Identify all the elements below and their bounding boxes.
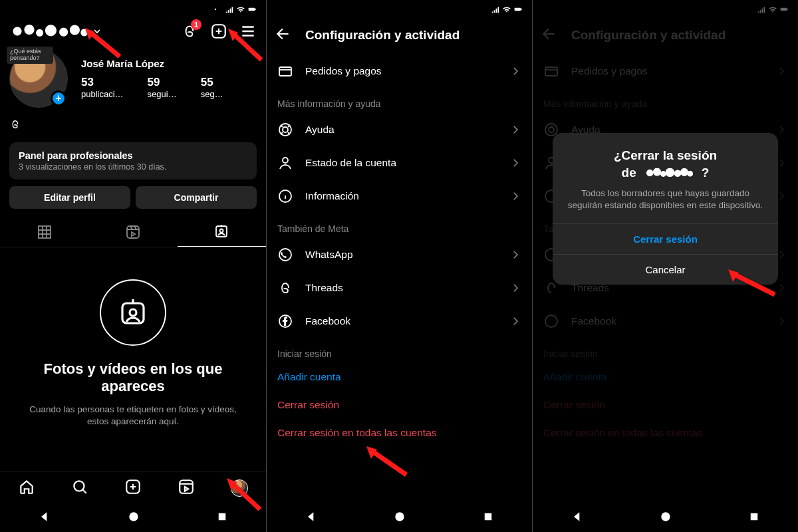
svg-rect-36 xyxy=(751,513,758,521)
row-threads[interactable]: Threads xyxy=(267,271,532,305)
nav-create[interactable] xyxy=(124,478,142,498)
tab-tagged[interactable] xyxy=(178,217,266,247)
section-meta: También de Meta xyxy=(267,213,532,238)
notification-badge: 1 xyxy=(191,19,201,30)
row-facebook[interactable]: Facebook xyxy=(267,305,532,338)
status-bar xyxy=(267,0,532,19)
svg-rect-25 xyxy=(485,513,492,521)
avatar-story[interactable]: ¿Qué estás pensando? + xyxy=(9,49,68,108)
svg-rect-12 xyxy=(180,480,193,493)
reels-icon xyxy=(178,478,195,495)
edit-profile-button[interactable]: Editar perfil xyxy=(9,186,130,209)
dialog-confirm-button[interactable]: Cerrar sesión xyxy=(553,223,778,254)
dialog-message: Todos los borradores que hayas guardado … xyxy=(566,188,765,211)
screen-profile: 1 ¿Qué estás pensando? + José María Lópe… xyxy=(0,0,266,532)
search-icon xyxy=(71,478,88,495)
android-nav xyxy=(267,504,532,532)
bottom-nav xyxy=(0,471,266,504)
svg-rect-1 xyxy=(249,8,255,11)
home-button[interactable] xyxy=(127,510,140,526)
stat-followers[interactable]: 59 segui… xyxy=(148,76,177,99)
row-logout[interactable]: Cerrar sesión xyxy=(267,391,532,419)
add-story-badge[interactable]: + xyxy=(51,90,66,106)
facebook-icon xyxy=(277,313,293,329)
home-button[interactable] xyxy=(393,510,406,526)
svg-rect-2 xyxy=(255,9,256,10)
svg-rect-14 xyxy=(219,513,226,521)
android-nav xyxy=(0,504,266,532)
signal-icon xyxy=(225,5,234,14)
person-icon xyxy=(277,155,293,171)
row-account-status[interactable]: Estado de la cuenta xyxy=(267,146,532,180)
pro-dashboard-panel[interactable]: Panel para profesionales 3 visualizacion… xyxy=(9,142,257,180)
arrow-left-icon xyxy=(275,25,292,43)
empty-icon-circle xyxy=(100,279,166,346)
recents-button[interactable] xyxy=(482,511,494,525)
create-button[interactable] xyxy=(210,23,227,40)
chevron-right-icon xyxy=(509,124,521,136)
dialog-cancel-button[interactable]: Cancelar xyxy=(553,254,778,285)
row-logout-all[interactable]: Cerrar sesión en todas las cuentas xyxy=(267,419,532,447)
info-icon xyxy=(277,188,293,204)
battery-icon xyxy=(513,5,523,14)
chevron-right-icon xyxy=(509,315,521,327)
tagged-icon xyxy=(213,223,229,239)
row-add-account[interactable]: Añadir cuenta xyxy=(267,363,532,391)
recents-button[interactable] xyxy=(216,511,228,525)
chevron-right-icon xyxy=(509,157,521,169)
reels-icon xyxy=(125,224,141,240)
share-profile-button[interactable]: Compartir xyxy=(136,186,257,209)
tab-grid[interactable] xyxy=(0,217,88,247)
chevron-right-icon xyxy=(509,249,521,261)
wifi-dot-icon xyxy=(213,5,223,14)
back-button[interactable] xyxy=(571,510,584,526)
android-nav xyxy=(533,504,798,532)
username-dropdown[interactable] xyxy=(9,23,102,39)
card-icon xyxy=(277,63,293,79)
profile-tabs xyxy=(0,217,266,247)
stat-following[interactable]: 55 seg… xyxy=(201,76,223,99)
svg-rect-16 xyxy=(521,9,522,10)
menu-button[interactable] xyxy=(239,23,257,40)
back-button[interactable] xyxy=(275,25,292,45)
nav-profile[interactable] xyxy=(231,479,248,497)
tab-reels[interactable] xyxy=(88,217,177,247)
grid-icon xyxy=(37,224,53,240)
home-button[interactable] xyxy=(659,510,672,526)
empty-tagged-state: Fotos y vídeos en los que apareces Cuand… xyxy=(0,247,266,441)
chevron-down-icon xyxy=(92,26,102,37)
row-help[interactable]: Ayuda xyxy=(267,113,532,146)
hamburger-icon xyxy=(239,23,257,40)
nav-search[interactable] xyxy=(71,478,88,498)
stat-posts[interactable]: 53 publicaci… xyxy=(81,76,124,99)
threads-icon xyxy=(9,118,21,130)
row-whatsapp[interactable]: WhatsApp xyxy=(267,238,532,271)
nav-home[interactable] xyxy=(18,478,35,498)
empty-subtitle: Cuando las personas te etiqueten en foto… xyxy=(27,404,239,428)
pro-panel-title: Panel para profesionales xyxy=(19,150,247,161)
recents-button[interactable] xyxy=(748,511,760,525)
chevron-right-icon xyxy=(509,65,521,77)
story-prompt: ¿Qué estás pensando? xyxy=(7,47,53,64)
battery-icon xyxy=(247,5,257,14)
svg-point-19 xyxy=(283,127,288,132)
threads-handle-row[interactable] xyxy=(0,116,266,140)
threads-button[interactable]: 1 xyxy=(181,23,198,40)
svg-point-13 xyxy=(129,512,138,521)
row-orders[interactable]: Pedidos y pagos xyxy=(267,55,532,88)
avatar-icon xyxy=(231,479,248,497)
back-button[interactable] xyxy=(38,510,51,526)
pro-panel-subtitle: 3 visualizaciones en los últimos 30 días… xyxy=(19,162,247,172)
wifi-icon xyxy=(502,5,511,14)
svg-point-0 xyxy=(215,9,216,10)
screen-logout-dialog: Configuración y actividad Pedidos y pago… xyxy=(532,0,798,532)
logout-dialog: ¿Cerrar la sesión de ? Todos los borrado… xyxy=(553,133,778,285)
svg-point-22 xyxy=(279,249,291,261)
nav-reels[interactable] xyxy=(178,478,195,498)
section-login: Iniciar sesión xyxy=(267,338,532,363)
signal-icon xyxy=(491,5,500,14)
back-button[interactable] xyxy=(305,510,318,526)
row-info[interactable]: Información xyxy=(267,180,532,213)
svg-point-20 xyxy=(283,158,288,163)
svg-point-24 xyxy=(396,512,404,521)
